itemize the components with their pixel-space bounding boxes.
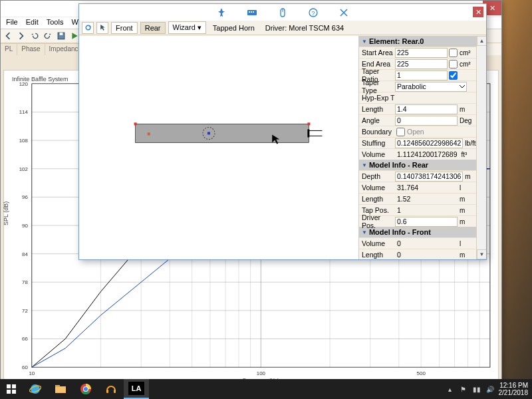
taper-ratio-input[interactable]: 1 [395, 70, 448, 80]
svg-text:66: 66 [22, 336, 28, 342]
svg-rect-67 [12, 384, 16, 388]
element-header[interactable]: Element: Rear.0 [359, 36, 476, 47]
properties-panel: Element: Rear.0 Start Area225cm² End Are… [359, 36, 486, 259]
svg-rect-66 [7, 384, 11, 388]
taskbar-explorer-icon[interactable] [48, 379, 73, 399]
tray-network-icon[interactable]: ▮▮ [472, 384, 481, 394]
redo-icon[interactable] [42, 30, 54, 42]
close-overlay-icon[interactable] [338, 7, 349, 18]
tray-up-icon[interactable]: ▴ [446, 384, 455, 394]
svg-rect-50 [251, 11, 252, 13]
svg-rect-78 [106, 390, 108, 393]
svg-text:90: 90 [22, 223, 28, 229]
tl-designer-window: ? ✕ Front Rear Wizard ▾ Tapped Horn Driv… [78, 3, 487, 260]
svg-rect-57 [136, 124, 309, 142]
keyboard-icon[interactable] [247, 7, 257, 18]
svg-rect-79 [114, 390, 116, 393]
svg-text:10: 10 [29, 370, 35, 376]
svg-text:96: 96 [22, 194, 28, 200]
cursor-mode-icon[interactable] [96, 22, 108, 34]
taskbar-chrome-icon[interactable] [73, 379, 98, 399]
tray-volume-icon[interactable]: 🔊 [485, 384, 495, 394]
driver-info-label: Driver: Morel TSCM 634 [261, 23, 348, 33]
svg-text:500: 500 [417, 370, 426, 376]
volume-value: 1.11241200172689 [395, 150, 460, 160]
mouse-icon[interactable] [277, 7, 288, 18]
taskbar-ie-icon[interactable] [23, 379, 48, 399]
svg-text:100: 100 [257, 370, 266, 376]
properties-scrollbar[interactable]: ▲ ▼ [476, 36, 486, 259]
child-titlebar[interactable]: ? ✕ [79, 4, 486, 21]
wizard-dropdown[interactable]: Wizard ▾ [168, 21, 206, 34]
svg-text:72: 72 [22, 308, 28, 314]
svg-rect-51 [253, 11, 254, 13]
scroll-down-icon[interactable]: ▼ [477, 249, 486, 259]
angle-input[interactable]: 0 [395, 116, 458, 126]
child-close-button[interactable]: ✕ [473, 7, 483, 17]
svg-rect-59 [307, 122, 310, 125]
svg-rect-68 [7, 390, 11, 394]
tl-canvas[interactable] [79, 36, 359, 259]
end-area-lock[interactable] [449, 60, 458, 68]
model-front-header[interactable]: Model Info - Front [359, 227, 476, 237]
svg-rect-65 [307, 129, 309, 137]
menu-tools[interactable]: Tools [44, 17, 66, 29]
svg-text:78: 78 [22, 279, 28, 285]
svg-rect-62 [207, 132, 210, 134]
taskbar-headphones-icon[interactable] [98, 379, 124, 399]
y-axis-label: SPL (dB) [3, 201, 9, 225]
length-input[interactable]: 1.4 [395, 104, 458, 114]
scroll-up-icon[interactable]: ▲ [477, 36, 486, 46]
taper-type-select[interactable]: Parabolic [395, 82, 467, 92]
system-tray: ▴ ⚑ ▮▮ 🔊 12:16 PM 2/21/2018 [446, 382, 533, 396]
taskbar-la-icon[interactable]: LA [124, 379, 149, 399]
svg-rect-58 [134, 122, 137, 125]
rear-tab[interactable]: Rear [140, 22, 166, 34]
svg-rect-1 [60, 33, 63, 35]
stuffing-input[interactable]: 0.124856022998642 [395, 138, 463, 148]
start-area-lock[interactable] [449, 49, 458, 57]
svg-text:?: ? [311, 10, 315, 17]
chart-legend-text: Infinite Baffle System [12, 76, 68, 82]
svg-text:114: 114 [19, 109, 29, 115]
back-icon[interactable] [2, 30, 14, 42]
front-tab[interactable]: Front [111, 22, 138, 34]
open-checkbox[interactable] [396, 128, 405, 136]
undo-icon[interactable] [29, 30, 41, 42]
depth-input[interactable]: 0.140738174241306 [395, 172, 463, 182]
svg-text:108: 108 [19, 138, 29, 144]
forward-icon[interactable] [15, 30, 27, 42]
svg-text:84: 84 [22, 251, 28, 257]
taskbar-clock[interactable]: 12:16 PM 2/21/2018 [499, 382, 529, 396]
taper-ratio-lock[interactable] [449, 71, 458, 80]
taskbar: LA ▴ ⚑ ▮▮ 🔊 12:16 PM 2/21/2018 [0, 379, 532, 399]
svg-text:60: 60 [22, 364, 28, 370]
svg-rect-60 [148, 132, 150, 135]
svg-point-56 [86, 25, 90, 30]
tab-phase[interactable]: Phase [17, 43, 45, 55]
refresh-icon[interactable] [82, 22, 94, 34]
model-rear-header[interactable]: Model Info - Rear [359, 160, 476, 170]
svg-rect-49 [249, 11, 250, 13]
child-toolbar: Front Rear Wizard ▾ Tapped Horn Driver: … [79, 21, 486, 35]
driver-pos-input[interactable]: 0.6 [395, 217, 458, 227]
help-icon[interactable]: ? [308, 7, 319, 18]
start-button[interactable] [0, 379, 23, 399]
start-area-input[interactable]: 225 [395, 48, 448, 58]
menu-edit[interactable]: Edit [23, 17, 41, 29]
pin-icon[interactable] [216, 7, 227, 18]
menu-file[interactable]: File [3, 17, 21, 29]
save-icon[interactable] [55, 30, 67, 42]
svg-rect-69 [12, 390, 16, 394]
end-area-input[interactable]: 225 [395, 59, 448, 69]
svg-rect-72 [55, 386, 66, 393]
tab-spl[interactable]: PL [1, 43, 17, 55]
tray-flag-icon[interactable]: ⚑ [459, 384, 468, 394]
svg-rect-73 [55, 385, 60, 387]
svg-text:102: 102 [19, 166, 28, 172]
svg-point-77 [84, 387, 88, 391]
tapped-horn-label: Tapped Horn [209, 23, 259, 33]
